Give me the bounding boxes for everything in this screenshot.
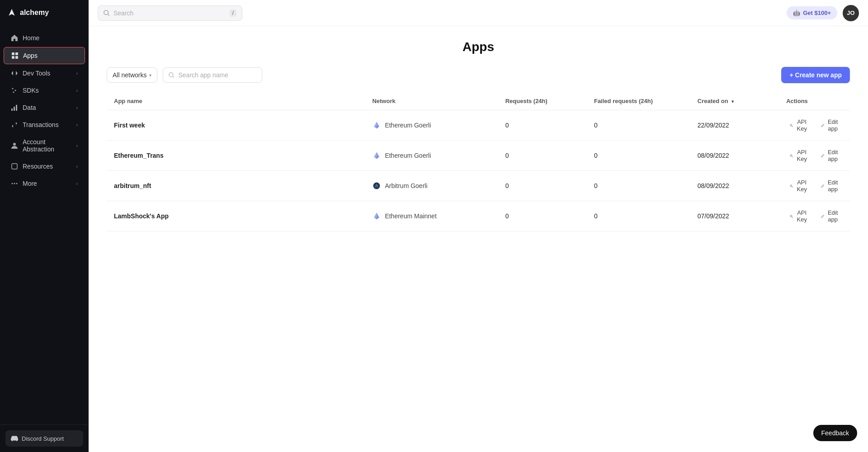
sidebar-item-account-abstraction-label: Account Abstraction bbox=[23, 138, 72, 153]
edit-app-button[interactable]: Edit app bbox=[817, 207, 843, 225]
user-initials: JO bbox=[847, 9, 854, 16]
cell-actions: API Key Edit app bbox=[779, 110, 850, 141]
svg-point-11 bbox=[13, 143, 16, 146]
svg-rect-3 bbox=[12, 56, 14, 59]
arb-icon bbox=[373, 182, 381, 190]
col-header-created[interactable]: Created on ▾ bbox=[690, 92, 779, 110]
svg-point-7 bbox=[13, 92, 14, 93]
sidebar-item-resources-label: Resources bbox=[23, 163, 72, 170]
data-icon bbox=[11, 104, 18, 111]
cell-actions: API Key Edit app bbox=[779, 141, 850, 171]
cell-app-name: arbitrum_nft bbox=[107, 171, 365, 201]
discord-support-button[interactable]: Discord Support bbox=[5, 430, 83, 447]
search-icon bbox=[104, 10, 110, 16]
edit-app-button[interactable]: Edit app bbox=[817, 117, 843, 134]
network-filter-dropdown[interactable]: All networks ▾ bbox=[107, 67, 157, 83]
sidebar-item-sdks-label: SDKs bbox=[23, 87, 72, 94]
transactions-icon bbox=[11, 121, 18, 128]
api-key-button[interactable]: API Key bbox=[786, 207, 811, 225]
cell-network: Ethereum Goerli bbox=[365, 110, 498, 141]
network-icon bbox=[372, 181, 381, 190]
col-header-actions: Actions bbox=[779, 92, 850, 110]
discord-support-label: Discord Support bbox=[22, 435, 64, 442]
sidebar-item-transactions[interactable]: Transactions › bbox=[4, 117, 85, 133]
col-header-network: Network bbox=[365, 92, 498, 110]
sdks-icon bbox=[11, 87, 18, 94]
page-title: Apps bbox=[107, 40, 850, 54]
api-key-button[interactable]: API Key bbox=[786, 117, 811, 134]
global-search-label: Search bbox=[113, 9, 133, 17]
account-abstraction-chevron-icon: › bbox=[76, 143, 78, 148]
sidebar-item-account-abstraction[interactable]: Account Abstraction › bbox=[4, 134, 85, 157]
sidebar-nav: Home Apps Dev Tools › bbox=[0, 25, 89, 424]
sidebar-item-home-label: Home bbox=[23, 34, 78, 42]
key-icon bbox=[790, 213, 793, 219]
table-row: LambShock's App Ethereum Mainnet 0 0 07/… bbox=[107, 201, 850, 231]
network-label: Arbitrum Goerli bbox=[385, 182, 427, 189]
network-label: Ethereum Goerli bbox=[385, 122, 431, 129]
cell-requests: 0 bbox=[498, 171, 587, 201]
edit-app-button[interactable]: Edit app bbox=[817, 177, 843, 194]
sidebar-item-apps[interactable]: Apps bbox=[4, 47, 85, 64]
feedback-label: Feedback bbox=[821, 429, 849, 437]
feedback-button[interactable]: Feedback bbox=[813, 425, 857, 441]
user-avatar[interactable]: JO bbox=[843, 5, 859, 21]
sort-icon: ▾ bbox=[731, 99, 734, 104]
svg-point-34 bbox=[790, 215, 792, 217]
svg-point-29 bbox=[790, 185, 792, 187]
app-search-input[interactable]: Search app name bbox=[163, 67, 262, 83]
sidebar-item-more[interactable]: More › bbox=[4, 175, 85, 192]
table-header: App name Network Requests (24h) Failed r… bbox=[107, 92, 850, 110]
svg-rect-4 bbox=[15, 56, 18, 59]
api-key-button[interactable]: API Key bbox=[786, 177, 811, 194]
cell-app-name: Ethereum_Trans bbox=[107, 141, 365, 171]
col-header-name: App name bbox=[107, 92, 365, 110]
transactions-chevron-icon: › bbox=[76, 122, 78, 127]
svg-point-5 bbox=[12, 88, 14, 89]
network-icon bbox=[372, 212, 381, 221]
svg-marker-0 bbox=[9, 9, 14, 16]
sidebar-item-data[interactable]: Data › bbox=[4, 99, 85, 116]
cell-created-on: 07/09/2022 bbox=[690, 201, 779, 231]
sidebar-item-more-label: More bbox=[23, 180, 72, 187]
svg-point-13 bbox=[12, 183, 13, 184]
discord-icon bbox=[11, 435, 18, 442]
cell-network: Arbitrum Goerli bbox=[365, 171, 498, 201]
alchemy-logo-icon bbox=[7, 8, 16, 17]
network-label: Ethereum Mainnet bbox=[385, 212, 436, 220]
logo-text: alchemy bbox=[20, 9, 49, 17]
create-new-app-button[interactable]: + Create new app bbox=[781, 67, 850, 83]
svg-point-16 bbox=[104, 10, 108, 14]
cell-created-on: 08/09/2022 bbox=[690, 171, 779, 201]
topbar: Search / 🤖 Get $100+ JO bbox=[89, 0, 868, 26]
cell-failed-requests: 0 bbox=[587, 171, 690, 201]
svg-rect-2 bbox=[15, 52, 18, 55]
cell-failed-requests: 0 bbox=[587, 201, 690, 231]
sidebar-item-home[interactable]: Home bbox=[4, 30, 85, 46]
account-abstraction-icon bbox=[11, 142, 18, 149]
key-icon bbox=[790, 183, 793, 189]
api-key-button[interactable]: API Key bbox=[786, 147, 811, 164]
sidebar-item-sdks[interactable]: SDKs › bbox=[4, 82, 85, 99]
sdks-chevron-icon: › bbox=[76, 88, 78, 93]
sidebar-item-resources[interactable]: Resources › bbox=[4, 158, 85, 174]
eth-icon bbox=[373, 151, 381, 160]
network-icon bbox=[372, 151, 381, 160]
svg-point-17 bbox=[169, 72, 173, 76]
apps-table: App name Network Requests (24h) Failed r… bbox=[107, 92, 850, 231]
logo[interactable]: alchemy bbox=[0, 0, 89, 25]
cell-requests: 0 bbox=[498, 141, 587, 171]
sidebar-item-devtools[interactable]: Dev Tools › bbox=[4, 65, 85, 81]
main-content: Search / 🤖 Get $100+ JO Apps All network… bbox=[89, 0, 868, 452]
global-search-box[interactable]: Search / bbox=[98, 5, 242, 21]
edit-app-button[interactable]: Edit app bbox=[817, 147, 843, 164]
col-header-failed: Failed requests (24h) bbox=[587, 92, 690, 110]
get-credits-button[interactable]: 🤖 Get $100+ bbox=[787, 6, 837, 19]
toolbar: All networks ▾ Search app name + Create … bbox=[107, 67, 850, 83]
cell-created-on: 08/09/2022 bbox=[690, 141, 779, 171]
network-filter-label: All networks bbox=[113, 71, 146, 79]
resources-chevron-icon: › bbox=[76, 164, 78, 169]
svg-point-15 bbox=[16, 183, 18, 184]
sidebar-item-apps-label: Apps bbox=[23, 52, 77, 59]
sidebar-item-devtools-label: Dev Tools bbox=[23, 70, 72, 77]
